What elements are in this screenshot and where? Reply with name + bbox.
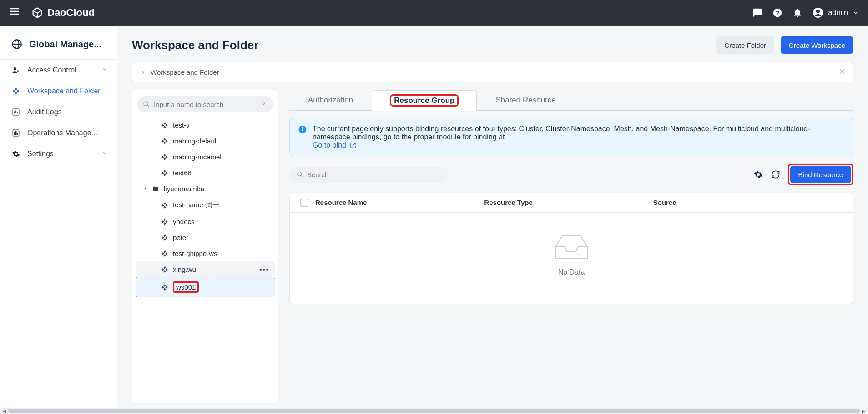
tree-item[interactable]: mabing-mcamel [136,149,275,165]
resource-search-input[interactable] [307,171,441,179]
refresh-icon[interactable] [771,169,781,179]
workspace-tree-panel: test-vmabing-defaultmabing-mcameltest66l… [132,90,278,403]
svg-line-28 [301,175,303,177]
tree-item[interactable]: mabing-default [136,133,275,149]
toolbar-right: Bind Resource [753,164,853,185]
tree-search [137,96,273,112]
inbox-icon [551,231,592,263]
tree-item[interactable]: test-name-周一 [136,197,275,214]
user-name: admin [828,9,848,17]
sidebar-item-access-control[interactable]: Access Control [0,60,117,81]
no-data-label: No Data [558,268,585,276]
tree-item[interactable]: ws001 [136,277,275,297]
workspace-icon [161,202,168,209]
table-empty: No Data [290,213,853,304]
sidebar-heading: Global Manage... [0,34,117,60]
more-icon[interactable]: ••• [259,266,269,273]
tree-search-input[interactable] [154,101,249,108]
create-folder-button[interactable]: Create Folder [716,36,774,54]
brand-logo[interactable]: DaoCloud [31,6,95,19]
hamburger-icon[interactable] [9,6,20,20]
close-icon[interactable] [838,68,846,77]
user-menu[interactable]: admin [812,7,859,18]
svg-point-11 [17,71,19,72]
tab[interactable]: Shared Resource [477,90,574,110]
search-icon [297,171,303,178]
tree-item[interactable]: xing.wu••• [136,261,275,277]
workspace-icon [161,122,168,129]
col-resource-name: Resource Name [315,199,484,207]
tab[interactable]: Authorization [289,90,372,110]
chevron-right-icon[interactable] [260,100,267,109]
select-all-checkbox[interactable] [293,199,315,207]
svg-rect-16 [13,130,19,136]
chevron-down-icon [101,150,108,158]
svg-rect-19 [17,133,18,135]
bind-resource-button[interactable]: Bind Resource [790,166,851,183]
help-icon[interactable]: ? [772,8,782,18]
go-to-bind-link[interactable]: Go to bind [313,141,356,149]
sidebar-item-settings[interactable]: Settings [0,143,117,164]
svg-point-6 [816,10,820,13]
notice-text: The current page only supports binding r… [313,125,810,141]
tree-item-label: mabing-mcamel [173,153,222,161]
page-title: Workspace and Folder [132,38,258,52]
scroll-right-icon[interactable]: ▶ [862,409,865,414]
tree-item-label: test66 [173,169,192,177]
tree-item[interactable]: peter [136,230,275,245]
audit-logs-icon [12,108,20,116]
workspace-icon [161,284,168,291]
svg-rect-17 [14,133,15,135]
gear-icon [12,150,20,158]
main: Workspace and Folder Create Folder Creat… [117,26,868,408]
bind-resource-highlight: Bind Resource [788,164,853,185]
sidebar-item-operations-manage[interactable]: Operations Manage... [0,123,117,143]
workspace-icon [161,266,168,273]
workspace-icon [161,169,168,177]
tree-item[interactable]: test-ghippo-ws [136,245,275,261]
chevron-right-icon [140,69,146,76]
tree-item[interactable]: test66 [136,165,275,181]
col-source: Source [653,199,822,207]
tree-item-label: peter [173,234,188,241]
breadcrumb-label: Workspace and Folder [151,68,219,76]
user-avatar-icon [812,7,823,18]
scrollbar-thumb[interactable] [8,409,860,413]
operations-icon [12,129,20,137]
sidebar-item-audit-logs[interactable]: Audit Logs [0,102,117,123]
svg-rect-25 [302,128,303,131]
app-root: DaoCloud ? admin Global Manage... [0,0,868,414]
sidebar-item-workspace-folder[interactable]: Workspace and Folder [0,81,117,102]
external-link-icon [350,142,356,148]
tree-item[interactable]: yhdocs [136,214,275,230]
settings-icon[interactable] [753,169,763,179]
info-notice: The current page only supports binding r… [289,118,853,156]
content-row: test-vmabing-defaultmabing-mcameltest66l… [132,90,853,403]
table-header: Resource Name Resource Type Source [290,193,853,213]
tree-list: test-vmabing-defaultmabing-mcameltest66l… [136,117,275,297]
tree-item[interactable]: test-v [136,117,275,133]
workspace-icon [12,87,20,95]
page-actions: Create Folder Create Workspace [716,36,853,54]
search-icon [143,101,150,108]
chat-icon[interactable] [752,8,762,18]
globe-icon [11,38,23,50]
create-workspace-button[interactable]: Create Workspace [781,36,853,54]
right-panel: AuthorizationResource GroupShared Resour… [289,90,853,403]
resource-search [289,167,449,183]
svg-point-27 [298,172,302,176]
sidebar: Global Manage... Access Control Workspac… [0,26,117,408]
tree-item-label: mabing-default [173,137,218,145]
tree-item-label: test-ghippo-ws [173,250,217,257]
bell-icon[interactable] [792,8,802,18]
scroll-left-icon[interactable]: ◀ [3,409,6,414]
body: Global Manage... Access Control Workspac… [0,26,868,408]
folder-icon [152,185,159,193]
tabs: AuthorizationResource GroupShared Resour… [289,90,853,111]
tab[interactable]: Resource Group [372,90,477,111]
chevron-down-icon [101,66,108,74]
topbar: DaoCloud ? admin [0,0,868,26]
workspace-icon [161,218,168,225]
horizontal-scrollbar[interactable]: ◀ ▶ [0,408,868,414]
tree-item[interactable]: liyueamamba [136,181,275,197]
